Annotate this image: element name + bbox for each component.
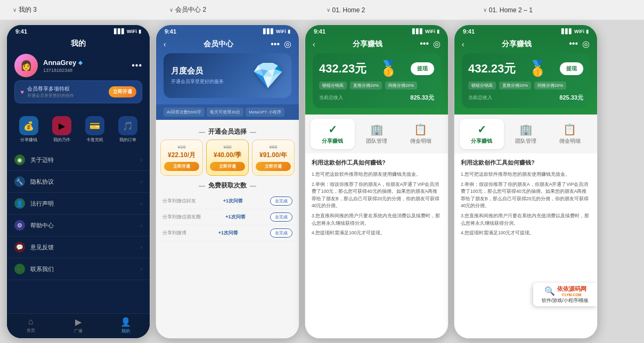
withdraw-button-4[interactable]: 提现 bbox=[560, 62, 583, 75]
screen2-header: ‹ 会员中心 ••• ◎ 月度会员 开通会员享受更好的服务 💎 bbox=[156, 36, 299, 104]
section-4[interactable]: ∨ 01. Home 2 – 1 bbox=[479, 6, 635, 14]
back-button-4[interactable]: ‹ bbox=[462, 40, 464, 48]
menu-orders[interactable]: 🎵 我的订单 bbox=[112, 116, 143, 143]
status-bar-3: 9:41 ▋▋▋ WiFi ▮ bbox=[305, 25, 448, 36]
buy-yearly-button[interactable]: 立即开通 bbox=[256, 162, 291, 171]
complete-button-1[interactable]: 去完成 bbox=[270, 197, 292, 206]
status-bar-4: 9:41 ▋▋▋ WiFi ▮ bbox=[454, 25, 597, 36]
menu-share[interactable]: 💰 分享赚钱 bbox=[13, 116, 44, 143]
vip-banner: ♥ 会员尊享多项特权 开通会员享受更好的创作 立即开通 bbox=[14, 80, 142, 103]
more-icon-3[interactable]: ••• bbox=[420, 39, 429, 49]
team-tab-icon: 🏢 bbox=[370, 123, 384, 136]
price-main-1: ¥22.10/月 bbox=[164, 151, 199, 160]
price-original-1: ¥19 bbox=[164, 144, 199, 150]
tab-team-management-3[interactable]: 🏢 团队管理 bbox=[355, 119, 399, 149]
back-button[interactable]: ‹ bbox=[164, 40, 166, 48]
time-4: 9:41 bbox=[463, 28, 475, 35]
user-icon: 👤 bbox=[120, 317, 131, 327]
price-cards: ¥19 ¥22.10/月 立即开通 ¥30 ¥40.00/季 立即开通 ¥60 … bbox=[160, 140, 295, 176]
share-title-3: 分享赚钱 bbox=[353, 39, 382, 49]
chevron-1: ∨ bbox=[13, 7, 17, 13]
signal-icon: ▋▋▋ bbox=[114, 29, 125, 34]
chevron-icon: › bbox=[141, 179, 142, 185]
withdraw-button-3[interactable]: 提现 bbox=[411, 62, 434, 75]
menu-works-label: 我的乃作 bbox=[53, 137, 70, 143]
settings-icon-3[interactable]: ◎ bbox=[433, 39, 441, 49]
menu-card[interactable]: 💳 卡逛兜耗 bbox=[79, 116, 110, 143]
coin-icon-3: 🥇 bbox=[379, 60, 398, 77]
profile-id: 13718182348 bbox=[43, 68, 126, 73]
chevron-icon: › bbox=[141, 201, 142, 207]
section-3[interactable]: ∨ 01. Home 2 bbox=[322, 6, 479, 14]
price-card-yearly[interactable]: ¥60 ¥91.00/年 立即开通 bbox=[252, 140, 295, 176]
screen1-title: 我的 bbox=[14, 39, 142, 48]
section-2[interactable]: ∨ 会员中心 2 bbox=[165, 5, 322, 14]
signal-icon: ▋▋▋ bbox=[263, 29, 274, 34]
menu-orders-label: 我的订单 bbox=[119, 137, 136, 143]
share-tab-icon-4: ✓ bbox=[477, 123, 486, 136]
phone-frame-2: 9:41 ▋▋▋ WiFi ▮ ‹ 会员中心 ••• ◎ 月度会员 开通会员享受… bbox=[156, 24, 299, 339]
price-main-2: ¥40.00/季 bbox=[210, 151, 245, 160]
menu-item-privacy[interactable]: 🔧 隐私协议 › bbox=[7, 171, 150, 193]
tab-share-earnings-3[interactable]: ✓ 分享赚钱 bbox=[311, 119, 355, 149]
watermark-title: 依依源码网 bbox=[557, 285, 586, 293]
nav-broadcast[interactable]: ▶ 广播 bbox=[54, 317, 102, 334]
menu-item-legal[interactable]: 👤 法行声明 › bbox=[7, 193, 150, 215]
chevron-2: ∨ bbox=[169, 7, 173, 13]
back-button-3[interactable]: ‹ bbox=[313, 40, 315, 48]
more-icon-4[interactable]: ••• bbox=[569, 39, 578, 49]
settings-icon[interactable]: ◎ bbox=[284, 39, 291, 49]
earnings-card-4: 432.23元 🥇 提现 锁链分销高 直推分佣20% 间推分佣20% 当前总收入… bbox=[462, 53, 590, 108]
diamond-3d-icon: 💎 bbox=[252, 61, 284, 91]
share-body-title-4: 利用这款创作工具如何赚钱? bbox=[461, 159, 591, 167]
status-icons-2: ▋▋▋ WiFi ▮ bbox=[263, 29, 290, 34]
vip-open-button[interactable]: 立即开通 bbox=[109, 86, 136, 97]
vip-label: 会员尊享多项特权 bbox=[27, 85, 74, 93]
share-nav-3: ‹ 分享赚钱 ••• ◎ bbox=[313, 39, 441, 49]
vip-sub: 开通会员享受更好的创作 bbox=[27, 93, 74, 99]
buy-quarterly-button[interactable]: 立即开通 bbox=[210, 162, 245, 171]
status-bar-1: 9:41 ▋▋▋ WiFi ▮ bbox=[7, 25, 150, 36]
screen2-nav: ‹ 会员中心 ••• ◎ bbox=[164, 39, 291, 49]
chevron-icon: › bbox=[141, 244, 142, 250]
menu-item-about[interactable]: ◉ 关于迈特 › bbox=[7, 149, 150, 171]
share-body-title-3: 利用这款创作工具如何赚钱? bbox=[312, 159, 442, 167]
menu-item-help[interactable]: ⚙ 帮助中心 › bbox=[7, 215, 150, 236]
tab-commission-4[interactable]: 📋 佣金明细 bbox=[548, 119, 592, 149]
wifi-icon: WiFi bbox=[276, 29, 286, 34]
share-header-3: ‹ 分享赚钱 ••• ◎ 432.23元 🥇 提现 锁链分销高 直推分佣20 bbox=[305, 36, 448, 115]
tab-team-management-4[interactable]: 🏢 团队管理 bbox=[504, 119, 548, 149]
wifi-icon: WiFi bbox=[127, 29, 137, 34]
phone-frame-3: 9:41 ▋▋▋ WiFi ▮ ‹ 分享赚钱 ••• ◎ 432.23元 bbox=[305, 24, 449, 339]
menu-works[interactable]: ▶ 我的乃作 bbox=[46, 116, 77, 143]
complete-button-3[interactable]: 去完成 bbox=[270, 228, 292, 238]
price-card-monthly[interactable]: ¥19 ¥22.10/月 立即开通 bbox=[160, 140, 203, 176]
menu-item-contact[interactable]: 📞 联系我们 › bbox=[7, 258, 150, 280]
earnings-card-3: 432.23元 🥇 提现 锁链分销高 直推分佣20% 间推分佣20% 当前总收入… bbox=[313, 53, 441, 108]
settings-icon-4[interactable]: ◎ bbox=[582, 39, 590, 49]
vip-text: ♥ 会员尊享多项特权 开通会员享受更好的创作 bbox=[20, 85, 74, 99]
buy-monthly-button[interactable]: 立即开通 bbox=[164, 162, 199, 171]
tab-share-earnings-4[interactable]: ✓ 分享赚钱 bbox=[460, 119, 504, 149]
section4-label: 01. Home 2 – 1 bbox=[489, 6, 533, 14]
price-card-quarterly[interactable]: ¥30 ¥40.00/季 立即开通 bbox=[206, 140, 249, 176]
battery-icon: ▮ bbox=[586, 29, 589, 34]
profile-more-button[interactable]: ••• bbox=[132, 61, 142, 70]
top-bar: ∨ 我的 3 ∨ 会员中心 2 ∨ 01. Home 2 ∨ 01. Home … bbox=[0, 0, 644, 20]
complete-button-2[interactable]: 去完成 bbox=[270, 213, 292, 222]
more-icon[interactable]: ••• bbox=[271, 39, 280, 49]
vip-features: AI回答次数5000字 每天可使用30次 MetaGPT 小程序 bbox=[156, 104, 299, 120]
nav-mine[interactable]: 👤 我的 bbox=[102, 317, 150, 334]
tab-commission-3[interactable]: 📋 佣金明细 bbox=[398, 119, 443, 149]
menu-item-feedback[interactable]: 💬 意见反馈 › bbox=[7, 236, 150, 258]
commission-tab-icon: 📋 bbox=[414, 123, 427, 136]
share-body-text-3: 1.您可把这款软件推荐给您的朋友使用赚钱充值金。 2.举例：假设你推荐了你的朋友… bbox=[312, 171, 442, 237]
earnings-bottom-4: 当前总收入 825.33元 bbox=[468, 94, 583, 102]
nav-home[interactable]: ⌂ 首页 bbox=[7, 317, 54, 334]
free-row-2: 分享到微信朋友圈 +1次问答 去完成 bbox=[160, 209, 295, 225]
feature-2: 每天可使用30次 bbox=[207, 108, 243, 117]
main-content: 9:41 ▋▋▋ WiFi ▮ 我的 👩 AnnaGrey ◆ 13718182… bbox=[0, 20, 644, 343]
section-1[interactable]: ∨ 我的 3 bbox=[9, 5, 165, 14]
section-title-free: 免费获取次数 bbox=[160, 181, 295, 190]
chevron-3: ∨ bbox=[327, 7, 330, 13]
